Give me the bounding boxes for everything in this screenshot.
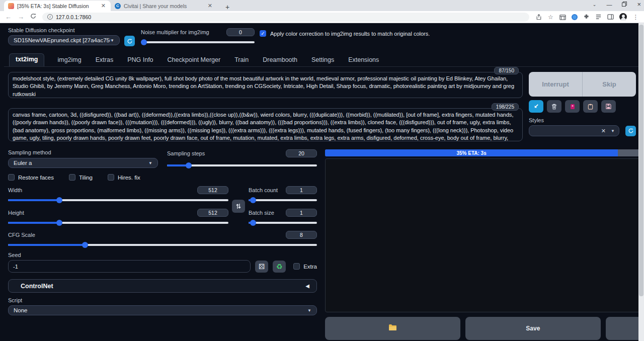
checkpoint-label: Stable Diffusion checkpoint [8, 27, 120, 33]
script-value: None [14, 307, 28, 313]
seed-input[interactable]: -1 [8, 260, 251, 273]
width-value[interactable]: 512 [197, 186, 228, 194]
negative-prompt-input[interactable]: canvas frame, cartoon, 3d, ((disfigured)… [8, 108, 523, 141]
new-tab-button[interactable]: + [222, 3, 232, 11]
chevron-down-icon: ▼ [307, 308, 311, 313]
cfg-scale-slider[interactable] [8, 241, 317, 248]
batch-count-value[interactable]: 1 [286, 186, 317, 194]
tab-img2img[interactable]: img2img [56, 54, 82, 66]
tab-close-icon[interactable]: ✕ [100, 3, 107, 9]
height-label: Height [8, 210, 24, 216]
bookmark-star-icon[interactable]: ☆ [547, 14, 554, 20]
noise-multiplier-slider[interactable] [141, 39, 255, 45]
batch-size-slider[interactable] [249, 219, 317, 226]
tab-txt2img[interactable]: txt2img [9, 53, 44, 66]
clear-styles-icon[interactable]: ✕ [601, 128, 606, 134]
restore-faces-checkbox[interactable]: Restore faces [8, 174, 54, 181]
cfg-scale-value[interactable]: 8 [286, 231, 317, 239]
styles-dropdown[interactable]: ✕ ▼ [529, 125, 619, 136]
height-value[interactable]: 512 [197, 209, 228, 217]
skip-button[interactable]: Skip [583, 72, 636, 97]
browser-tab-sd[interactable]: [35% ETA: 3s] Stable Diffusion ✕ [4, 1, 111, 11]
reuse-seed-button[interactable]: ♻ [273, 261, 286, 273]
width-slider[interactable] [8, 197, 228, 203]
controlnet-accordion[interactable]: ControlNet ◀ [8, 279, 317, 293]
apply-styles-button[interactable] [583, 100, 598, 113]
extra-networks-button[interactable] [565, 100, 580, 113]
noise-multiplier-value[interactable]: 0 [226, 28, 255, 36]
height-slider[interactable] [8, 219, 228, 226]
tab-settings[interactable]: Settings [310, 54, 335, 66]
browser-toolbar: ← → i 127.0.0.1:7860 ☆ [0, 11, 644, 23]
url-bar[interactable]: i 127.0.0.1:7860 [42, 13, 529, 22]
tab-checkpoint-merger[interactable]: Checkpoint Merger [167, 54, 222, 66]
tab-train[interactable]: Train [233, 54, 250, 66]
checkbox-icon [8, 174, 15, 181]
checkbox-icon [69, 174, 75, 181]
batch-size-value[interactable]: 1 [286, 209, 317, 217]
script-label: Script [8, 297, 317, 303]
script-select[interactable]: None ▼ [8, 305, 317, 315]
reload-icon[interactable] [30, 13, 36, 21]
extensions-puzzle-icon[interactable] [583, 14, 590, 20]
folder-icon [388, 324, 397, 333]
reading-list-icon[interactable] [595, 14, 602, 20]
sampling-steps-label: Sampling steps [167, 150, 205, 156]
scrollbar-thumb[interactable] [639, 25, 643, 296]
profile-avatar[interactable] [619, 13, 627, 21]
browser-tab-civitai[interactable]: C Civitai | Share your models ✕ [111, 1, 217, 11]
extension-blue-icon[interactable] [572, 14, 578, 20]
window-minimize-button[interactable]: — [606, 2, 612, 8]
swap-dimensions-button[interactable] [232, 200, 245, 213]
hires-fix-label: Hires. fix [118, 175, 140, 181]
sampling-method-value: Euler a [14, 160, 32, 166]
random-seed-button[interactable]: ⚄ [255, 261, 268, 273]
paste-generation-params-button[interactable] [529, 100, 543, 113]
browser-tab-strip: [35% ETA: 3s] Stable Diffusion ✕ C Civit… [0, 0, 644, 11]
progress-bar: 35% ETA: 3s [325, 149, 644, 156]
window-close-button[interactable]: × [637, 1, 641, 8]
back-icon[interactable]: ← [5, 13, 12, 21]
forward-icon[interactable]: → [18, 13, 24, 21]
tab-extensions[interactable]: Extensions [347, 54, 380, 66]
menu-dots-icon[interactable]: ⋮ [632, 14, 639, 20]
tab-close-icon[interactable]: ✕ [207, 3, 213, 9]
color-correction-checkbox[interactable]: ✓ [260, 30, 266, 37]
extension-grid-icon[interactable] [559, 14, 566, 20]
interrupt-button[interactable]: Interrupt [529, 72, 583, 97]
share-icon[interactable] [535, 14, 542, 20]
accordion-arrow-icon: ◀ [305, 283, 309, 289]
refresh-checkpoints-button[interactable] [124, 36, 135, 46]
sampling-method-select[interactable]: Euler a ▼ [8, 158, 158, 168]
batch-size-label: Batch size [249, 210, 274, 216]
save-style-button[interactable] [601, 100, 616, 113]
styles-label: Styles [529, 117, 636, 123]
prompt-token-counter: 87/150 [494, 67, 519, 74]
checkpoint-select[interactable]: SD15NewVAEpruned.ckpt [27a4ac756c] ▼ [8, 35, 120, 45]
width-label: Width [8, 187, 22, 193]
noise-multiplier-label: Noise multiplier for img2img [141, 29, 209, 35]
window-restore-button[interactable] [622, 2, 627, 8]
sampling-steps-value[interactable]: 20 [286, 149, 317, 157]
window-chevron-icon[interactable]: ⌄ [593, 2, 597, 7]
refresh-styles-button[interactable] [625, 126, 636, 136]
tab-extras[interactable]: Extras [95, 54, 114, 66]
sampling-steps-slider[interactable] [167, 162, 317, 168]
batch-count-label: Batch count [249, 187, 278, 193]
tab-dreambooth[interactable]: Dreambooth [262, 54, 298, 66]
save-button[interactable]: Save [465, 317, 601, 340]
batch-count-slider[interactable] [249, 197, 317, 203]
page-scrollbar[interactable] [638, 23, 644, 341]
side-panel-icon[interactable] [607, 14, 614, 20]
prompt-input[interactable]: modelshoot style, (extremely detailed CG… [8, 72, 523, 98]
clear-prompt-button[interactable] [547, 100, 561, 113]
tab-png-info[interactable]: PNG Info [126, 54, 154, 66]
site-info-icon[interactable]: i [47, 14, 53, 20]
tiling-checkbox[interactable]: Tiling [69, 174, 93, 181]
open-folder-button[interactable] [325, 317, 460, 340]
browser-tab-title: [35% ETA: 3s] Stable Diffusion [17, 3, 97, 9]
extra-seed-checkbox[interactable]: Extra [293, 263, 317, 270]
restore-faces-label: Restore faces [18, 175, 54, 181]
tiling-label: Tiling [79, 175, 93, 181]
hires-fix-checkbox[interactable]: Hires. fix [108, 174, 140, 181]
